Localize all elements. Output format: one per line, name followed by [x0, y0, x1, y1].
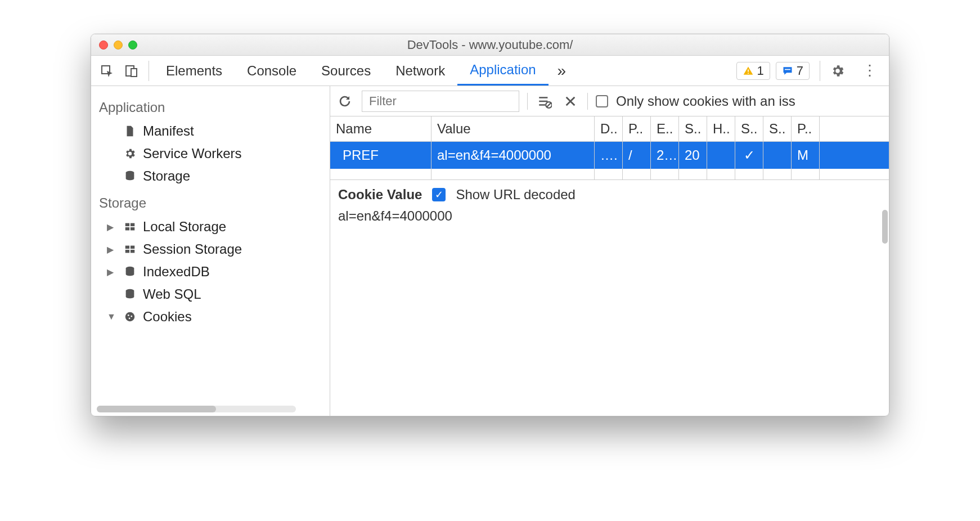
tab-console[interactable]: Console — [235, 56, 309, 86]
col-expires[interactable]: E.. — [651, 116, 679, 141]
tree-arrow[interactable]: ▶ — [107, 222, 117, 232]
sidebar-horizontal-scrollbar[interactable] — [97, 406, 296, 412]
sidebar-section-storage: Storage — [91, 187, 330, 215]
cookie-detail-pane: Cookie Value ✓ Show URL decoded al=en&f4… — [330, 180, 889, 231]
col-httponly[interactable]: H.. — [707, 116, 735, 141]
cookies-table-empty-row — [330, 169, 889, 180]
col-domain[interactable]: D.. — [595, 116, 623, 141]
messages-badge[interactable]: 7 — [776, 62, 810, 80]
database-icon — [124, 170, 136, 182]
sidebar-item-label: Local Storage — [143, 219, 226, 235]
warning-icon — [743, 65, 754, 77]
titlebar: DevTools - www.youtube.com/ — [91, 34, 889, 56]
table-vertical-scrollbar[interactable] — [882, 210, 888, 244]
delete-selected-button[interactable] — [561, 95, 579, 107]
tree-arrow[interactable]: ▼ — [107, 312, 117, 322]
more-menu-button[interactable]: ⋮ — [858, 62, 881, 79]
warnings-badge[interactable]: 1 — [736, 62, 770, 80]
minimize-window-button[interactable] — [114, 41, 123, 50]
gear-icon — [830, 64, 845, 78]
sidebar-item-label: Web SQL — [143, 286, 201, 302]
sidebar-item-manifest[interactable]: Manifest — [91, 120, 330, 142]
col-value[interactable]: Value — [431, 116, 595, 141]
col-samesite[interactable]: S.. — [763, 116, 792, 141]
message-icon — [782, 65, 793, 77]
url-decoded-label: Show URL decoded — [456, 187, 576, 203]
clear-all-button[interactable] — [536, 94, 554, 109]
tab-network[interactable]: Network — [383, 56, 457, 86]
svg-rect-8 — [131, 223, 134, 227]
window-title: DevTools - www.youtube.com/ — [91, 38, 889, 52]
svg-rect-12 — [131, 246, 134, 249]
window-controls — [99, 41, 137, 50]
cookies-table-row[interactable]: PREF al=en&f4=4000000 …. / 2… 20 ✓ M — [330, 142, 889, 169]
tab-elements[interactable]: Elements — [154, 56, 235, 86]
sidebar-item-label: Service Workers — [143, 146, 242, 161]
application-sidebar: Application Manifest Service Workers Sto… — [91, 86, 330, 416]
cell-samesite — [763, 142, 792, 169]
svg-rect-7 — [125, 223, 129, 227]
devtools-toolbar: Elements Console Sources Network Applica… — [91, 56, 889, 86]
tab-application[interactable]: Application — [457, 56, 548, 86]
svg-rect-14 — [131, 250, 134, 253]
cell-value: al=en&f4=4000000 — [431, 142, 595, 169]
col-secure[interactable]: S.. — [735, 116, 763, 141]
messages-count: 7 — [797, 64, 803, 78]
cookies-table-header: Name Value D.. P.. E.. S.. H.. S.. S.. P… — [330, 116, 889, 142]
settings-button[interactable] — [830, 64, 853, 78]
cell-httponly — [707, 142, 735, 169]
sidebar-item-service-workers[interactable]: Service Workers — [91, 142, 330, 165]
sidebar-item-storage-app[interactable]: Storage — [91, 165, 330, 187]
panel-tabs: Elements Console Sources Network Applica… — [154, 56, 575, 86]
sidebar-section-application: Application — [91, 92, 330, 120]
divider — [149, 61, 149, 81]
clear-list-icon — [537, 94, 552, 109]
col-name[interactable]: Name — [330, 116, 431, 141]
tree-arrow[interactable]: ▶ — [107, 244, 117, 255]
cell-size: 20 — [679, 142, 707, 169]
svg-rect-10 — [131, 227, 134, 231]
url-decoded-checkbox[interactable]: ✓ — [432, 188, 446, 201]
sidebar-item-indexeddb[interactable]: ▶ IndexedDB — [91, 260, 330, 283]
device-toggle-button[interactable] — [119, 59, 144, 83]
filter-input[interactable] — [362, 91, 519, 112]
svg-point-18 — [128, 315, 129, 316]
svg-rect-3 — [748, 69, 749, 71]
sidebar-item-label: Manifest — [143, 123, 194, 139]
sidebar-item-websql[interactable]: Web SQL — [91, 283, 330, 306]
cookie-icon — [124, 311, 136, 323]
database-icon — [124, 288, 136, 300]
close-icon — [564, 95, 577, 107]
svg-rect-9 — [125, 227, 129, 231]
toolbar-right: 1 7 ⋮ — [736, 61, 886, 81]
cell-secure: ✓ — [735, 142, 763, 169]
cell-domain: …. — [595, 142, 623, 169]
sidebar-item-session-storage[interactable]: ▶ Session Storage — [91, 238, 330, 260]
svg-point-17 — [125, 312, 135, 322]
close-window-button[interactable] — [99, 41, 108, 50]
zoom-window-button[interactable] — [128, 41, 137, 50]
inspect-element-button[interactable] — [95, 59, 119, 83]
sidebar-item-cookies[interactable]: ▼ Cookies — [91, 306, 330, 328]
only-issues-checkbox[interactable] — [596, 95, 608, 107]
sidebar-item-local-storage[interactable]: ▶ Local Storage — [91, 215, 330, 238]
tabs-overflow-button[interactable]: » — [549, 56, 576, 86]
refresh-button[interactable] — [336, 95, 354, 108]
sidebar-item-label: Cookies — [143, 309, 192, 325]
cookies-panel: Only show cookies with an iss Name Value… — [330, 86, 889, 416]
col-size[interactable]: S.. — [679, 116, 707, 141]
svg-rect-2 — [131, 69, 137, 77]
file-icon — [124, 125, 136, 137]
tab-sources[interactable]: Sources — [309, 56, 383, 86]
filter-toolbar: Only show cookies with an iss — [330, 86, 889, 116]
col-path[interactable]: P.. — [623, 116, 651, 141]
cell-name: PREF — [330, 142, 431, 169]
svg-rect-4 — [748, 73, 749, 74]
cookie-value-label: Cookie Value — [338, 187, 422, 203]
tree-arrow[interactable]: ▶ — [107, 267, 117, 277]
col-priority[interactable]: P.. — [792, 116, 820, 141]
svg-point-20 — [129, 317, 131, 319]
refresh-icon — [338, 95, 352, 108]
database-icon — [124, 266, 136, 278]
divider — [820, 61, 820, 81]
